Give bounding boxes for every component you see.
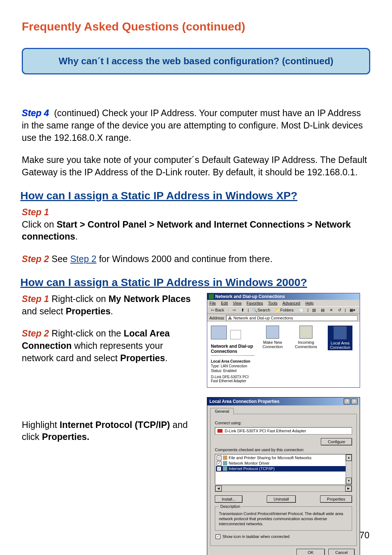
share-icon	[223, 456, 227, 460]
search-button[interactable]: 🔍Search	[251, 308, 271, 313]
protocol-icon	[223, 466, 227, 471]
xp-heading: How can I assign a Static IP Address in …	[20, 189, 370, 202]
adapter-icon	[217, 429, 222, 433]
w2k-s3d: Properties.	[42, 432, 90, 442]
close-button[interactable]: ×	[351, 399, 358, 404]
scroll-right-icon[interactable]: ▶	[345, 486, 352, 491]
dialog-title: Local Area Connection Properties	[209, 399, 279, 404]
incoming-icon	[299, 326, 313, 339]
scroll-down-icon[interactable]: ▼	[346, 478, 352, 484]
xp-step2-label: Step 2	[22, 254, 49, 264]
xp-step1-texta: Click on	[22, 219, 57, 229]
w2k-step2-label: Step 2	[22, 328, 49, 338]
step4-paragraph: Step 4 (continued) Check your IP Address…	[22, 107, 370, 144]
scroll-left-icon[interactable]: ◀	[215, 486, 222, 491]
w2k-s1a: Right-click on	[49, 294, 109, 304]
w2k-s3b: Internet Protocol (TCP/IP)	[60, 420, 170, 430]
lac-properties-dialog: Local Area Connection Properties ? × Gen…	[207, 397, 360, 555]
icon-row: Make New Connection Incoming Connections…	[261, 326, 352, 379]
general-tab[interactable]: General	[210, 408, 234, 414]
step2-link[interactable]: Step 2	[70, 254, 96, 264]
description-fieldset: Description Transmission Control Protoco…	[215, 506, 352, 531]
components-list[interactable]: ✓ File and Printer Sharing for Microsoft…	[215, 454, 352, 485]
xp-step1-bold: Start > Control Panel > Network and Inte…	[22, 219, 351, 242]
menu-help[interactable]: Help	[305, 301, 314, 305]
address-icon: 🖧	[228, 316, 232, 320]
panel-icon	[211, 326, 227, 339]
w2k-s1d: Properties	[66, 306, 111, 316]
folders-button[interactable]: 📁Folders	[274, 308, 295, 313]
menu-view[interactable]: View	[233, 301, 242, 305]
w2k-s1b: My Network Places	[109, 294, 191, 304]
history-button[interactable]: 🕘	[297, 308, 305, 313]
checkbox-icon[interactable]: ✓	[217, 456, 221, 460]
checkbox-icon[interactable]: ✓	[217, 466, 221, 471]
w2k-step2: Step 2 Right-click on the Local Area Con…	[22, 327, 196, 364]
configure-button[interactable]: Configure	[321, 438, 352, 445]
list-item[interactable]: ✓ File and Printer Sharing for Microsoft…	[216, 455, 351, 461]
up-button[interactable]: ⬆	[240, 308, 246, 313]
ok-button[interactable]: OK	[297, 549, 325, 555]
back-button[interactable]: ⇦ Back	[209, 308, 226, 313]
window-title: Network and Dial-up Connections	[215, 294, 285, 299]
menu-file[interactable]: File	[209, 301, 216, 305]
description-legend: Description	[219, 504, 242, 509]
adapter-name: D-Link DFE-530TX PCI Fast Ethernet Adapt…	[225, 429, 306, 433]
show-icon-row[interactable]: ✓ Show icon in taskbar when connected	[216, 534, 351, 539]
step4-text: (continued) Check your IP Address. Your …	[22, 108, 363, 143]
make-new-label: Make New Connection	[261, 340, 284, 349]
uninstall-button[interactable]: Uninstall	[267, 495, 296, 503]
menu-tools[interactable]: Tools	[268, 301, 278, 305]
menubar[interactable]: File Edit View Favorites Tools Advanced …	[207, 300, 360, 306]
incoming-label: Incoming Connections	[294, 340, 318, 349]
checkbox-icon[interactable]: ✓	[217, 461, 221, 466]
cancel-button[interactable]: Cancel	[328, 549, 355, 555]
address-label: Address	[209, 316, 224, 320]
window-icon	[209, 294, 214, 299]
install-button[interactable]: Install...	[215, 495, 242, 503]
w2k-heading: How can I assign a Static IP Address in …	[20, 276, 370, 289]
list-item[interactable]: ✓ Network Monitor Driver	[216, 461, 351, 466]
xp-step1: Step 1 Click on Start > Control Panel > …	[22, 206, 370, 243]
general-panel: Connect using: D-Link DFE-530TX PCI Fast…	[210, 414, 357, 546]
w2k-step3: Highlight Internet Protocol (TCP/IP) and…	[22, 419, 196, 444]
address-value: Network and Dial-up Connections	[233, 316, 293, 320]
menu-advanced[interactable]: Advanced	[282, 301, 300, 305]
menu-favorites[interactable]: Favorites	[246, 301, 263, 305]
vscrollbar[interactable]: ▲ ▼	[346, 454, 352, 484]
w2k-s1c: and select	[22, 306, 66, 316]
xp-step2: Step 2 See Step 2 for Windows 2000 and c…	[22, 253, 370, 265]
adapter-field: D-Link DFE-530TX PCI Fast Ethernet Adapt…	[215, 427, 352, 434]
network-connections-window: Network and Dial-up Connections File Edi…	[207, 293, 360, 388]
hscrollbar[interactable]: ◀ ▶	[215, 485, 352, 492]
folder-icon	[266, 326, 279, 339]
sep2: |	[248, 308, 249, 312]
help-button[interactable]: ?	[344, 399, 350, 404]
incoming-connections-icon[interactable]: Incoming Connections	[294, 326, 318, 349]
xp-step2-b: for Windows 2000 and continue from there…	[97, 254, 273, 264]
local-area-connection-icon[interactable]: Local Area Connection	[328, 326, 352, 350]
tb-icon[interactable]: ▧	[311, 308, 317, 313]
w2k-s2e: .	[165, 353, 168, 363]
lac-adapter: D-Link DFE-530TX PCI Fast Ethernet Adapt…	[211, 375, 254, 383]
tb-icon2[interactable]: ▤	[319, 308, 326, 313]
list-item-selected[interactable]: ✓ Internet Protocol (TCP/IP)	[216, 466, 351, 472]
fwd-button[interactable]: ⇨	[231, 308, 237, 313]
properties-button[interactable]: Properties	[320, 495, 352, 503]
address-field[interactable]: 🖧 Network and Dial-up Connections	[226, 315, 358, 321]
tb-delete[interactable]: ✕	[328, 308, 334, 313]
panel-title: Network and Dial-up Connections	[211, 344, 254, 354]
tb-views[interactable]: ▦▾	[348, 308, 357, 313]
tb-undo[interactable]: ↺	[336, 308, 343, 313]
sep: ·	[228, 308, 229, 312]
w2k-step1-label: Step 1	[22, 294, 49, 304]
checkbox-icon[interactable]: ✓	[216, 534, 220, 539]
sep4: |	[345, 308, 346, 312]
window-body: Network and Dial-up Connections Local Ar…	[207, 322, 360, 387]
menu-edit[interactable]: Edit	[221, 301, 228, 305]
make-new-connection-icon[interactable]: Make New Connection	[261, 326, 284, 349]
lac-status: Status: Enabled	[211, 369, 254, 373]
scroll-up-icon[interactable]: ▲	[346, 454, 352, 461]
lac-icon	[334, 326, 347, 339]
w2k-s3a: Highlight	[22, 420, 60, 430]
